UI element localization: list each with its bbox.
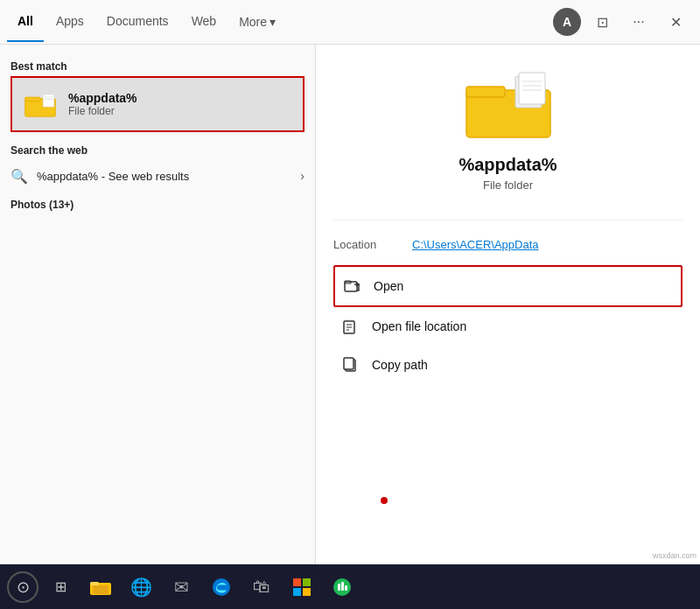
watermark: wsxdan.com — [653, 551, 696, 560]
svg-rect-29 — [338, 584, 340, 591]
svg-rect-19 — [344, 358, 354, 369]
open-label: Open — [374, 279, 403, 293]
detail-location-row: Location C:\Users\ACER\AppData — [333, 234, 682, 265]
tab-more[interactable]: More ▾ — [228, 3, 286, 41]
web-search-item[interactable]: 🔍 %appdata% - See web results › — [0, 160, 315, 192]
person-icon-button[interactable]: ⊡ — [586, 6, 618, 38]
detail-actions: Open Open file location Co — [333, 265, 682, 384]
folder-icon — [23, 87, 58, 122]
open-folder-icon — [342, 276, 363, 297]
svg-rect-22 — [93, 585, 108, 594]
taskbar-edge-button[interactable] — [203, 569, 240, 606]
taskbar: ⊙ ⊞ 🌐 ✉ 🛍 — [0, 564, 700, 609]
svg-rect-27 — [303, 588, 311, 596]
search-results: Best match %appdata% File folder Search … — [0, 45, 315, 564]
more-options-button[interactable]: ··· — [623, 6, 654, 38]
tab-all[interactable]: All — [7, 2, 44, 42]
taskbar-app1-button[interactable] — [284, 569, 320, 606]
detail-subtitle: File folder — [483, 178, 533, 192]
copy-path-action[interactable]: Copy path — [333, 346, 682, 384]
tabs-bar: All Apps Documents Web More ▾ — [0, 0, 315, 45]
location-label: Location — [333, 238, 412, 251]
svg-rect-21 — [90, 582, 99, 585]
best-match-title: %appdata% — [68, 91, 137, 105]
svg-rect-6 — [466, 87, 505, 97]
open-file-location-label: Open file location — [372, 319, 466, 333]
best-match-label: Best match — [0, 55, 315, 76]
best-match-text: %appdata% File folder — [68, 91, 137, 117]
svg-rect-24 — [293, 578, 301, 586]
photos-label: Photos (13+) — [0, 192, 315, 214]
taskbar-fileexplorer-button[interactable] — [82, 569, 119, 606]
open-action[interactable]: Open — [333, 265, 682, 307]
detail-folder-icon — [465, 71, 552, 141]
file-location-icon — [340, 316, 361, 337]
tab-apps[interactable]: Apps — [46, 2, 94, 42]
web-search-text: %appdata% - See web results — [37, 170, 300, 183]
best-match-subtitle: File folder — [68, 105, 137, 117]
taskbar-search-button[interactable]: ⊙ — [7, 571, 38, 603]
taskbar-browser1-button[interactable]: 🌐 — [122, 569, 159, 606]
svg-rect-1 — [25, 97, 40, 102]
close-button[interactable]: ✕ — [660, 6, 691, 38]
search-panel: All Apps Documents Web More ▾ Best match — [0, 0, 315, 609]
svg-rect-31 — [345, 585, 347, 591]
tab-web[interactable]: Web — [181, 2, 228, 42]
taskbar-mail-button[interactable]: ✉ — [163, 569, 200, 606]
copy-path-label: Copy path — [372, 358, 428, 372]
tab-documents[interactable]: Documents — [96, 2, 179, 42]
svg-rect-25 — [303, 578, 311, 586]
detail-divider — [333, 220, 682, 220]
copy-icon — [340, 354, 361, 375]
svg-rect-30 — [341, 582, 344, 591]
taskbar-taskview-button[interactable]: ⊞ — [42, 569, 79, 606]
search-icon: 🔍 — [10, 167, 28, 185]
location-value[interactable]: C:\Users\ACER\AppData — [412, 238, 539, 251]
svg-rect-8 — [519, 73, 545, 104]
svg-rect-2 — [43, 94, 54, 107]
chevron-down-icon: ▾ — [270, 15, 276, 29]
open-file-location-action[interactable]: Open file location — [333, 307, 682, 346]
red-dot-indicator — [381, 497, 388, 504]
taskbar-app2-button[interactable] — [324, 569, 360, 606]
avatar-button[interactable]: A — [553, 8, 581, 36]
detail-panel: %appdata% File folder Location C:\Users\… — [315, 45, 700, 609]
svg-rect-26 — [293, 588, 301, 596]
chevron-right-icon: › — [300, 169, 304, 183]
best-match-item[interactable]: %appdata% File folder — [10, 76, 304, 132]
detail-title: %appdata% — [458, 155, 556, 175]
web-section-label: Search the web — [0, 139, 315, 160]
header-right: A ⊡ ··· ✕ — [315, 0, 700, 45]
taskbar-store-button[interactable]: 🛍 — [243, 569, 280, 606]
svg-point-23 — [213, 578, 230, 596]
